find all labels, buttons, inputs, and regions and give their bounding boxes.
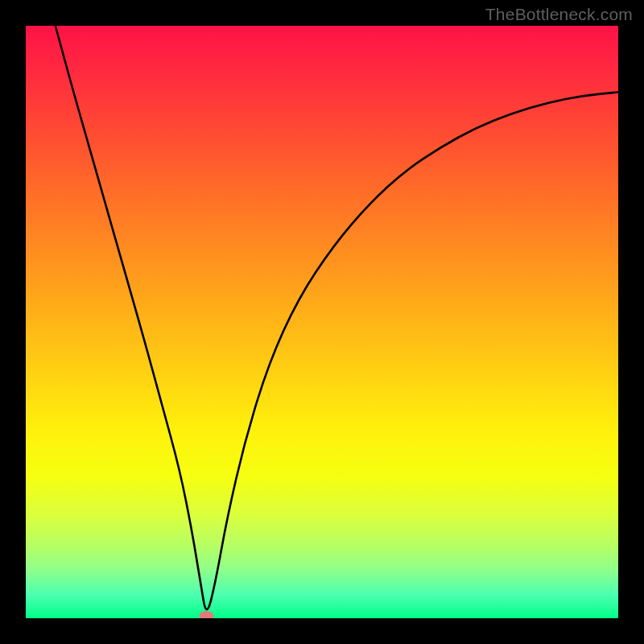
- plot-area: [26, 26, 618, 618]
- watermark-text: TheBottleneck.com: [485, 5, 633, 24]
- chart-frame: TheBottleneck.com: [0, 0, 644, 644]
- bottleneck-curve: [26, 26, 618, 618]
- minimum-marker: [199, 611, 213, 618]
- curve-path: [56, 26, 618, 609]
